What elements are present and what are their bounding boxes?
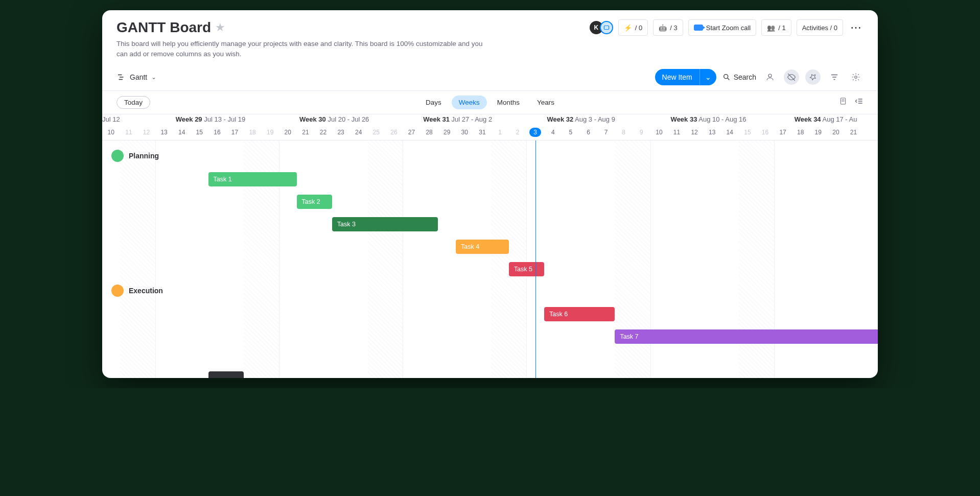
- group-label: Execution: [129, 287, 163, 295]
- day-cell[interactable]: 24: [349, 129, 367, 136]
- today-button[interactable]: Today: [116, 96, 150, 109]
- day-cell[interactable]: 30: [456, 129, 474, 136]
- day-cell[interactable]: 25: [367, 129, 385, 136]
- day-cell[interactable]: 13: [155, 129, 173, 136]
- group-label: Planning: [129, 152, 159, 160]
- day-cell[interactable]: 31: [474, 129, 492, 136]
- day-cell[interactable]: 14: [173, 129, 191, 136]
- new-item-dropdown[interactable]: ⌄: [699, 69, 716, 85]
- day-cell[interactable]: 14: [721, 129, 739, 136]
- day-cell-today[interactable]: 3: [526, 129, 544, 136]
- gantt-chart-area[interactable]: PlanningExecutionTask 1Task 2Task 3Task …: [102, 140, 878, 379]
- zoom-tab-years[interactable]: Years: [530, 96, 562, 109]
- day-cell[interactable]: 8: [615, 129, 633, 136]
- header-actions: K / 0 / 3 Start Zoom call / 1: [590, 19, 864, 36]
- automations-button[interactable]: / 3: [653, 19, 683, 36]
- group-color-dot: [111, 150, 124, 162]
- zoom-tab-weeks[interactable]: Weeks: [452, 96, 487, 109]
- day-cell[interactable]: 17: [774, 129, 792, 136]
- day-cell[interactable]: 11: [120, 129, 138, 136]
- day-cell[interactable]: 15: [191, 129, 208, 136]
- task-bar[interactable]: Task 5: [509, 262, 544, 276]
- day-cell[interactable]: 23: [332, 129, 350, 136]
- person-filter-icon[interactable]: [762, 69, 778, 85]
- day-cell[interactable]: 4: [544, 129, 562, 136]
- day-cell[interactable]: 10: [102, 129, 120, 136]
- zoom-tab-months[interactable]: Months: [490, 96, 527, 109]
- avatar-add-icon[interactable]: [600, 21, 613, 34]
- day-cell[interactable]: 20: [279, 129, 297, 136]
- title-area: GANTT Board ★ This board will help you e…: [116, 19, 484, 60]
- day-cell[interactable]: 11: [668, 129, 686, 136]
- zoom-level-tabs: DaysWeeksMonthsYears: [418, 96, 562, 109]
- favorite-star-icon[interactable]: ★: [215, 21, 225, 34]
- day-cell[interactable]: 17: [226, 129, 244, 136]
- collapse-icon[interactable]: [854, 97, 864, 107]
- day-cell[interactable]: 16: [208, 129, 226, 136]
- search-button[interactable]: Search: [722, 73, 756, 81]
- task-bar[interactable]: Task 3: [332, 217, 438, 231]
- group-row[interactable]: Execution: [111, 285, 163, 297]
- day-cell[interactable]: 26: [385, 129, 403, 136]
- board-title[interactable]: GANTT Board: [116, 19, 211, 36]
- day-cell[interactable]: 9: [633, 129, 650, 136]
- day-cell[interactable]: 29: [438, 129, 456, 136]
- weekend-shade: [491, 140, 526, 379]
- zoom-call-button[interactable]: Start Zoom call: [688, 19, 756, 36]
- day-cell[interactable]: 10: [650, 129, 668, 136]
- day-cell[interactable]: 16: [756, 129, 774, 136]
- svg-line-5: [728, 78, 729, 80]
- task-bar[interactable]: Task 6: [544, 307, 615, 321]
- board-header: GANTT Board ★ This board will help you e…: [102, 10, 878, 64]
- day-cell[interactable]: 21: [297, 129, 315, 136]
- day-cell[interactable]: 7: [597, 129, 615, 136]
- day-cell[interactable]: 22: [314, 129, 332, 136]
- day-cell[interactable]: 5: [562, 129, 580, 136]
- zoom-label: Start Zoom call: [706, 24, 751, 32]
- pin-icon[interactable]: [805, 69, 821, 85]
- week-label: Week 30 Jul 20 - Jul 26: [299, 115, 369, 123]
- search-label: Search: [734, 73, 756, 81]
- export-icon[interactable]: [839, 97, 847, 107]
- task-bar-collapsed[interactable]: [208, 371, 244, 379]
- task-bar[interactable]: Task 1: [208, 172, 297, 186]
- new-item-button[interactable]: New Item ⌄: [655, 69, 716, 85]
- day-cell[interactable]: 12: [686, 129, 704, 136]
- day-cell[interactable]: 18: [791, 129, 809, 136]
- day-cell[interactable]: 13: [703, 129, 721, 136]
- week-label: Week 29 Jul 13 - Jul 19: [176, 115, 245, 123]
- day-cell[interactable]: 20: [827, 129, 845, 136]
- group-row[interactable]: Planning: [111, 150, 159, 162]
- week-label: Week 34 Aug 17 - Au: [795, 115, 857, 123]
- day-cell[interactable]: 18: [244, 129, 262, 136]
- day-cell[interactable]: 2: [509, 129, 527, 136]
- board-description[interactable]: This board will help you efficiently man…: [116, 39, 484, 60]
- settings-gear-icon[interactable]: [848, 69, 864, 85]
- new-item-label: New Item: [655, 73, 699, 81]
- day-cell[interactable]: 21: [845, 129, 862, 136]
- svg-point-4: [724, 74, 728, 78]
- view-selector[interactable]: Gantt ⌄: [116, 73, 156, 82]
- day-cell[interactable]: 1: [491, 129, 509, 136]
- task-bar[interactable]: Task 2: [297, 195, 332, 209]
- board-avatars[interactable]: K: [590, 21, 613, 34]
- members-button[interactable]: / 1: [761, 19, 791, 36]
- task-bar[interactable]: Task 4: [456, 240, 509, 254]
- day-cell[interactable]: 15: [739, 129, 757, 136]
- day-cell[interactable]: 12: [137, 129, 155, 136]
- task-bar[interactable]: Task 7: [615, 329, 878, 344]
- zoom-tab-days[interactable]: Days: [418, 96, 449, 109]
- integrations-button[interactable]: / 0: [618, 19, 648, 36]
- filter-icon[interactable]: [827, 69, 842, 85]
- hide-columns-icon[interactable]: [784, 69, 799, 85]
- day-cell[interactable]: 28: [421, 129, 438, 136]
- svg-rect-0: [604, 26, 609, 30]
- svg-point-11: [855, 76, 857, 78]
- day-cell[interactable]: 27: [403, 129, 421, 136]
- weekend-shade: [120, 140, 155, 379]
- more-menu-icon[interactable]: ⋯: [848, 21, 864, 34]
- day-cell[interactable]: 19: [809, 129, 827, 136]
- day-cell[interactable]: 6: [579, 129, 597, 136]
- activities-button[interactable]: Activities / 0: [797, 19, 843, 36]
- day-cell[interactable]: 19: [261, 129, 279, 136]
